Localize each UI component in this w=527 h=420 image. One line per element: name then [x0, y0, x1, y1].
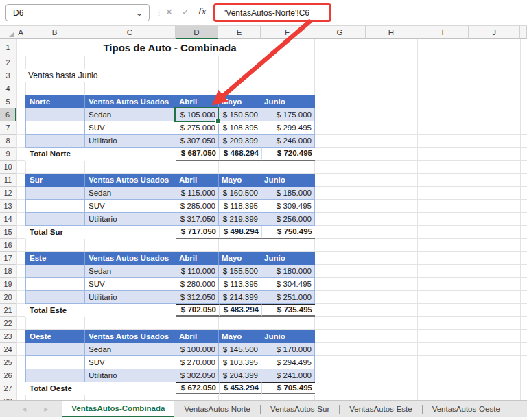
column-header-J[interactable]: J: [469, 26, 520, 39]
total-label-cell[interactable]: Total Este: [26, 304, 85, 317]
cell[interactable]: Sedan: [85, 108, 176, 121]
tab-ventasautos-este[interactable]: VentasAutos-Este: [340, 401, 421, 417]
cell[interactable]: [26, 108, 85, 121]
cell[interactable]: [85, 148, 176, 161]
row-header-28[interactable]: 28: [0, 395, 16, 400]
cell[interactable]: $ 309.495: [261, 200, 315, 213]
sheet-title-cell[interactable]: Tipos de Auto - Combinada: [25, 39, 314, 56]
row-header-19[interactable]: 19: [0, 278, 16, 291]
cell[interactable]: $ 246.000: [261, 135, 315, 148]
cell[interactable]: [85, 226, 176, 239]
cell[interactable]: $ 285.000: [176, 200, 219, 213]
cell[interactable]: $ 145.500: [219, 343, 261, 356]
total-cell[interactable]: $ 705.495: [261, 382, 315, 395]
tab-ventasautos-norte[interactable]: VentasAutos-Norte: [174, 401, 260, 417]
region-header-cell[interactable]: Este: [26, 252, 85, 265]
total-cell[interactable]: $ 687.050: [176, 148, 219, 161]
cell[interactable]: [26, 200, 85, 213]
cell[interactable]: $ 299.495: [261, 121, 315, 135]
total-cell[interactable]: $ 750.495: [261, 226, 315, 239]
cell-d6[interactable]: $ 105.000: [176, 108, 219, 121]
row-header-12[interactable]: 12: [0, 187, 16, 200]
cell[interactable]: $ 185.000: [261, 187, 315, 200]
cell[interactable]: $ 241.000: [261, 369, 315, 382]
column-header-E[interactable]: E: [218, 26, 261, 39]
cell[interactable]: [26, 278, 85, 291]
tabs-scroll-right-icon[interactable]: ▶: [44, 406, 48, 412]
row-header-10[interactable]: 10: [0, 161, 16, 174]
total-cell[interactable]: $ 720.495: [261, 148, 315, 161]
row-header-9[interactable]: 9: [0, 148, 16, 161]
row-header-5[interactable]: 5: [0, 95, 16, 108]
cell[interactable]: Utilitario: [85, 369, 176, 382]
region-header-cell[interactable]: Sur: [26, 174, 85, 187]
row-header-17[interactable]: 17: [0, 252, 16, 265]
row-header-23[interactable]: 23: [0, 330, 16, 343]
cell[interactable]: Utilitario: [85, 291, 176, 304]
row-header-1[interactable]: 1: [0, 39, 16, 56]
row-header-26[interactable]: 26: [0, 369, 16, 382]
cell[interactable]: SUV: [85, 356, 176, 369]
total-cell[interactable]: $ 702.050: [176, 304, 219, 317]
cell[interactable]: $ 304.495: [261, 278, 315, 291]
header-cell[interactable]: Junio: [261, 95, 315, 108]
cell[interactable]: SUV: [85, 200, 176, 213]
tab-ventasautos-combinada[interactable]: VentasAutos-Combinada: [62, 401, 174, 417]
total-label-cell[interactable]: Total Norte: [26, 148, 85, 161]
row-header-18[interactable]: 18: [0, 265, 16, 278]
cell[interactable]: [85, 382, 176, 395]
cell[interactable]: $ 103.395: [219, 356, 261, 369]
total-cell[interactable]: $ 468.294: [219, 148, 261, 161]
total-label-cell[interactable]: Total Oeste: [26, 382, 85, 395]
column-header-H[interactable]: H: [366, 26, 417, 39]
header-cell[interactable]: Junio: [261, 174, 315, 187]
cell[interactable]: [26, 213, 85, 226]
total-cell[interactable]: $ 672.050: [176, 382, 219, 395]
cell[interactable]: Utilitario: [85, 135, 176, 148]
region-header-cell[interactable]: Norte: [26, 95, 85, 108]
row-header-11[interactable]: 11: [0, 174, 16, 187]
cell[interactable]: $ 108.395: [219, 121, 261, 135]
cell[interactable]: $ 251.000: [261, 291, 315, 304]
cell[interactable]: $ 219.399: [219, 213, 261, 226]
cell[interactable]: [85, 304, 176, 317]
cell[interactable]: $ 115.000: [176, 187, 219, 200]
row-header-20[interactable]: 20: [0, 291, 16, 304]
cell[interactable]: [26, 343, 85, 356]
select-all-button[interactable]: [0, 26, 16, 39]
row-header-22[interactable]: 22: [0, 317, 16, 330]
header-cell[interactable]: Junio: [261, 252, 315, 265]
insert-function-icon[interactable]: fx: [198, 6, 206, 16]
column-header-C[interactable]: C: [84, 26, 176, 39]
name-box[interactable]: D6 ⌄: [5, 4, 150, 21]
row-header-2[interactable]: 2: [0, 56, 16, 69]
column-header-G[interactable]: G: [314, 26, 366, 39]
cell[interactable]: $ 209.399: [219, 135, 261, 148]
total-cell[interactable]: $ 717.050: [176, 226, 219, 239]
header-cell[interactable]: Ventas Autos Usados: [85, 174, 176, 187]
cell[interactable]: $ 307.050: [176, 135, 219, 148]
header-cell[interactable]: Abril: [176, 252, 219, 265]
total-cell[interactable]: $ 498.294: [219, 226, 261, 239]
cell[interactable]: Sedan: [85, 265, 176, 278]
cell[interactable]: SUV: [85, 278, 176, 291]
cell[interactable]: [26, 135, 85, 148]
cell[interactable]: $ 302.050: [176, 369, 219, 382]
cell[interactable]: SUV: [85, 121, 176, 135]
header-cell[interactable]: Mayo: [219, 330, 261, 343]
row-header-27[interactable]: 27: [0, 382, 16, 395]
cell[interactable]: Utilitario: [85, 213, 176, 226]
cell[interactable]: [26, 121, 85, 135]
row-header-21[interactable]: 21: [0, 304, 16, 317]
cell[interactable]: Sedan: [85, 187, 176, 200]
cell[interactable]: $ 280.000: [176, 278, 219, 291]
header-cell[interactable]: Ventas Autos Usados: [85, 95, 176, 108]
row-header-15[interactable]: 15: [0, 226, 16, 239]
cell[interactable]: $ 275.000: [176, 121, 219, 135]
row-header-16[interactable]: 16: [0, 239, 16, 252]
cell[interactable]: $ 180.000: [261, 265, 315, 278]
cell[interactable]: [26, 265, 85, 278]
cell[interactable]: [26, 356, 85, 369]
column-header-F[interactable]: F: [261, 26, 314, 39]
header-cell[interactable]: Junio: [261, 330, 315, 343]
